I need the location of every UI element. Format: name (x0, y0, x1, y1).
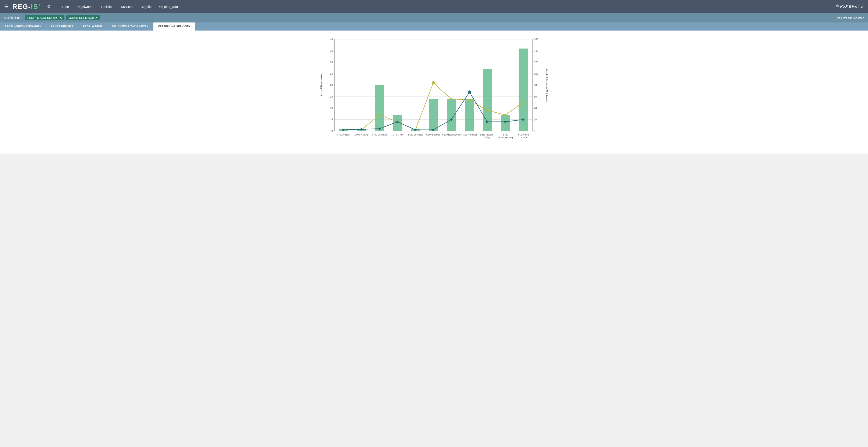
bar-5 (429, 99, 438, 131)
yellow-dot-5 (432, 81, 435, 84)
svg-text:Anzahl Regelwerke: Anzahl Regelwerke (320, 74, 323, 96)
filter-reset-button[interactable]: Alle Filter zurücksetzen (836, 16, 864, 20)
svg-text:30: 30 (330, 61, 333, 64)
x-label-2: 3.330 Errichtung (371, 133, 388, 136)
nav-services[interactable]: Services (117, 0, 137, 13)
chart-svg: 0 5 10 15 20 25 30 35 40 0 20 40 60 80 1… (4, 35, 864, 149)
x-label-10b: Umbau (520, 136, 527, 139)
filter-fac[interactable]: FacID: 461 Aufzugsanlagen ✕ (25, 15, 64, 20)
logo: REG-ISS (12, 3, 41, 10)
x-label-4: 3.350 Übergabe (408, 133, 424, 136)
teal-dot-7 (468, 90, 471, 93)
svg-text:35: 35 (330, 50, 333, 52)
x-label-6: 6.310 Regelbetrieb (442, 133, 461, 136)
svg-text:10: 10 (330, 107, 333, 110)
teal-dot-4 (414, 129, 416, 131)
nav-home[interactable]: Home (57, 0, 73, 13)
nav-facilities[interactable]: Facilities (97, 0, 117, 13)
svg-text:120: 120 (534, 61, 538, 64)
yellow-dot-6 (450, 98, 453, 100)
logo-text: REG-ISS (12, 3, 41, 10)
filter-status-close[interactable]: ✕ (95, 16, 98, 20)
x-label-9: 6.340 (503, 133, 508, 136)
tabs-bar: REGELWERKSKATEGORIEN LANDESRECHTE REGELW… (0, 23, 868, 31)
svg-text:20: 20 (534, 118, 537, 121)
bar-7 (465, 99, 474, 131)
yellow-dot-8 (486, 109, 489, 112)
tab-landesrechte[interactable]: LANDESRECHTE (46, 23, 78, 31)
x-label-8b: Wartg (485, 136, 490, 139)
tab-verteilung[interactable]: VERTEILUNG SERVICES (153, 23, 195, 31)
chart-wrapper: 0 5 10 15 20 25 30 35 40 0 20 40 60 80 1… (4, 35, 864, 149)
svg-text:160: 160 (534, 38, 538, 41)
teal-dot-3 (396, 121, 399, 123)
x-label-8: 6.330 Inspekt + (480, 133, 495, 136)
x-label-7: 6.320 Prüfungen (461, 133, 477, 136)
x-label-9b: Instandsetzung (498, 136, 513, 139)
teal-dot-8 (486, 121, 489, 123)
tab-regelwerke[interactable]: REGELWERKE (78, 23, 107, 31)
svg-text:Anzahl Pflichten & Tätigkeiten: Anzahl Pflichten & Tätigkeiten (545, 68, 548, 102)
svg-text:5: 5 (332, 118, 333, 121)
svg-text:60: 60 (534, 95, 537, 98)
nav-links: Home Regelwerke Facilities Services Begr… (57, 0, 833, 13)
hamburger-icon[interactable]: ☰ (4, 4, 8, 9)
filterbar-label: Ansichtsfilter: (4, 16, 22, 20)
nav-objekte[interactable]: Objekte_Neu (155, 0, 182, 13)
nav-begriffe[interactable]: Begriffe (137, 0, 155, 13)
yellow-dot-10 (522, 101, 525, 103)
chart-container: 0 5 10 15 20 25 30 35 40 0 20 40 60 80 1… (0, 31, 868, 153)
x-label-0: 0.300 ArbSich (337, 133, 350, 136)
teal-dot-2 (378, 127, 381, 130)
svg-text:140: 140 (534, 50, 538, 52)
svg-text:40: 40 (330, 38, 333, 41)
gear-icon[interactable]: ⚙ (47, 4, 51, 9)
teal-dot-1 (360, 128, 363, 130)
logo-super: S (38, 4, 41, 7)
yellow-dot-2 (378, 114, 381, 116)
teal-dot-9 (504, 121, 507, 123)
filter-status[interactable]: Status1: gültig,Entwurf ✕ (66, 15, 100, 20)
svg-text:15: 15 (330, 95, 333, 98)
nav-regelwerke[interactable]: Regelwerke (73, 0, 97, 13)
svg-text:100: 100 (534, 72, 538, 75)
search-icon[interactable]: 🔍 (836, 4, 840, 9)
svg-text:0: 0 (332, 129, 333, 132)
svg-text:80: 80 (534, 84, 537, 87)
filter-fac-text: FacID: 461 Aufzugsanlagen (27, 16, 58, 19)
x-label-10: 7.510 Änderg, (517, 133, 530, 136)
x-label-3: 3.340 1. IBN (392, 133, 403, 136)
bar-2 (375, 85, 384, 131)
svg-text:40: 40 (534, 107, 537, 110)
teal-dot-5 (432, 129, 434, 131)
svg-text:20: 20 (330, 84, 333, 87)
x-label-5: 6.100 BetrMgt. (426, 133, 440, 136)
svg-text:0: 0 (534, 129, 535, 132)
filterbar: Ansichtsfilter: FacID: 461 Aufzugsanlage… (0, 13, 868, 23)
teal-dot-6 (450, 118, 453, 121)
filter-status-text: Status1: gültig,Entwurf (68, 16, 94, 19)
x-label-1: 2.000 Planung (354, 133, 369, 136)
svg-text:25: 25 (330, 72, 333, 75)
teal-dot-10 (522, 118, 525, 121)
yellow-dot-7 (468, 99, 471, 101)
yellow-dot-9 (504, 114, 507, 116)
filter-fac-close[interactable]: ✕ (60, 16, 62, 20)
brand-name: Rödl & Partner (840, 4, 864, 9)
navbar: ☰ REG-ISS ⚙ Home Regelwerke Facilities S… (0, 0, 868, 13)
teal-dot-0 (342, 129, 345, 131)
tab-regelwerkskategorien[interactable]: REGELWERKSKATEGORIEN (0, 23, 46, 31)
tab-pflichten[interactable]: PFLICHTEN & TÄTIGKEITEN (107, 23, 153, 31)
